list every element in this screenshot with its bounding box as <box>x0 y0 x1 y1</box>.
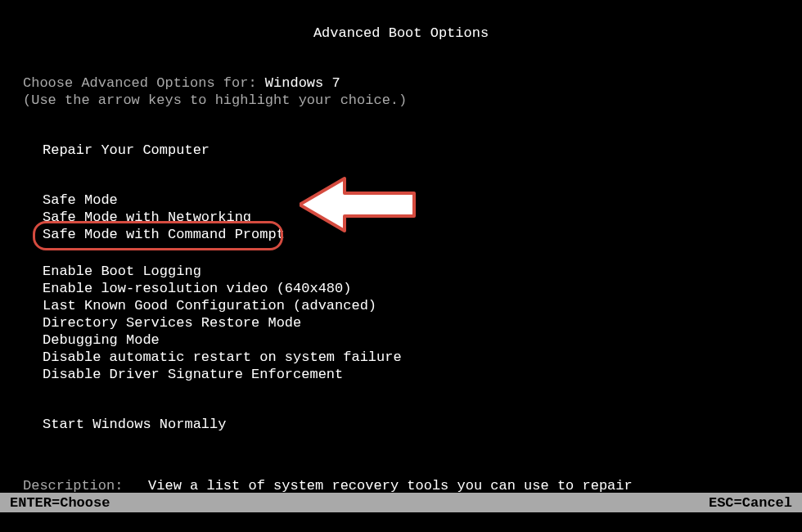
menu-item-label: Enable Boot Logging <box>41 263 203 280</box>
menu-item-boot-logging[interactable]: Enable Boot Logging <box>0 263 802 280</box>
footer-bar: ENTER=Choose ESC=Cancel <box>0 493 802 512</box>
menu-item-repair[interactable]: Repair Your Computer <box>0 142 802 159</box>
menu-item-safe-mode[interactable]: Safe Mode <box>0 192 802 209</box>
menu-item-last-known-good[interactable]: Last Known Good Configuration (advanced) <box>0 297 802 314</box>
intro-hint: (Use the arrow keys to highlight your ch… <box>23 92 407 108</box>
menu-item-label: Disable Driver Signature Enforcement <box>41 366 345 383</box>
menu-item-label: Last Known Good Configuration (advanced) <box>41 297 378 314</box>
menu-item-label: Start Windows Normally <box>41 416 228 433</box>
menu-item-disable-driver-sig[interactable]: Disable Driver Signature Enforcement <box>0 366 802 383</box>
menu-item-start-normally[interactable]: Start Windows Normally <box>0 416 802 433</box>
menu-item-label: Safe Mode with Command Prompt <box>41 226 286 243</box>
description-text-1: View a list of system recovery tools you… <box>148 478 633 494</box>
os-name: Windows 7 <box>265 75 340 91</box>
menu-item-label: Debugging Mode <box>41 331 161 349</box>
intro-prefix: Choose Advanced Options for: <box>23 75 265 91</box>
description-label: Description: <box>23 478 123 494</box>
menu-item-label: Directory Services Restore Mode <box>41 314 303 331</box>
menu-item-label: Disable automatic restart on system fail… <box>41 349 403 366</box>
menu-item-label: Safe Mode <box>41 192 119 209</box>
intro-block: Choose Advanced Options for: Windows 7 (… <box>0 74 802 109</box>
description-block: Description: View a list of system recov… <box>0 477 802 494</box>
page-title: Advanced Boot Options <box>313 25 489 42</box>
boot-options-screen: 2-remove-virus.com Advanced Boot Options… <box>0 0 802 532</box>
menu-item-label: Repair Your Computer <box>41 142 211 159</box>
title-bar: Advanced Boot Options <box>0 0 802 42</box>
footer-enter: ENTER=Choose <box>10 494 110 512</box>
menu-item-safe-mode-command-prompt[interactable]: Safe Mode with Command Prompt <box>0 226 802 243</box>
footer-esc: ESC=Cancel <box>709 494 792 512</box>
menu-item-disable-auto-restart[interactable]: Disable automatic restart on system fail… <box>0 349 802 366</box>
menu-item-safe-mode-networking[interactable]: Safe Mode with Networking <box>0 209 802 226</box>
menu-item-debugging-mode[interactable]: Debugging Mode <box>0 331 802 349</box>
menu-item-directory-services-restore[interactable]: Directory Services Restore Mode <box>0 314 802 331</box>
menu-item-low-res-video[interactable]: Enable low-resolution video (640x480) <box>0 280 802 297</box>
menu-item-label: Safe Mode with Networking <box>41 209 253 226</box>
menu-item-label: Enable low-resolution video (640x480) <box>41 280 353 297</box>
